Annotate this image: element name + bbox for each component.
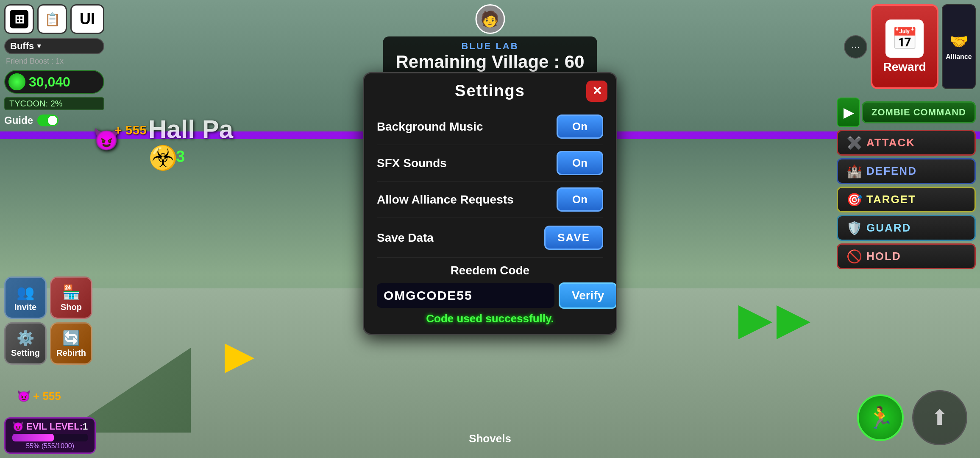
more-button[interactable]: ··· [844,35,867,59]
redeem-row: Verify [377,282,603,309]
svg-text:⊞: ⊞ [14,13,24,26]
verify-button[interactable]: Verify [559,282,617,309]
devil-icon-bottom: 😈 [17,390,31,403]
sfx-sounds-toggle[interactable]: On [557,151,603,175]
bottom-left-status: 😈 + 555 😈 EVIL LEVEL: 1 55% (555/1000) [4,417,96,454]
target-icon: 🎯 [846,192,862,207]
redeem-section: Reedem Code Verify Code used successfull… [377,258,603,325]
attack-label: ATTACK [866,136,915,149]
save-data-row: Save Data SAVE [377,218,603,258]
evil-level-label: 😈 EVIL LEVEL: [12,421,83,432]
devil-icon-evil: 😈 [12,421,24,432]
save-button[interactable]: SAVE [544,226,603,250]
next-button[interactable]: ▶ [837,98,860,127]
friend-boost-label: Friend Boost : 1x [4,57,104,66]
dpad-control[interactable]: ⬆ [912,390,967,445]
roblox-icon[interactable]: ⊞ [4,4,34,34]
green-arrow-1 [738,305,772,339]
village-count: Remaining Village : 60 [395,52,584,72]
alliance-req-toggle[interactable]: On [557,187,603,212]
redeem-title: Reedem Code [377,264,603,277]
green-arrow-2 [777,305,810,339]
modal-title: Settings [455,82,525,100]
zombie-command-label: ZOMBIE COMMAND [871,107,966,117]
hold-button[interactable]: 🚫 HOLD [837,243,976,269]
rebirth-button[interactable]: 🔄 Rebirth [50,322,92,365]
combat-buttons-panel: ▶ ZOMBIE COMMAND ✖️ ATTACK 🏰 DEFEND 🎯 TA… [837,98,976,269]
alliance-req-row: Allow Alliance Requests On [377,182,603,218]
guard-button[interactable]: 🛡️ GUARD [837,215,976,241]
invite-label: Invite [14,302,36,312]
biohazard-icon: ☣️ [148,144,178,172]
sfx-sounds-label: SFX Sounds [377,156,447,170]
attack-icon: ✖️ [846,135,862,150]
attack-button[interactable]: ✖️ ATTACK [837,130,976,156]
evil-progress-track [12,434,88,441]
success-message: Code used successfully. [377,312,603,325]
plus-555-label: + 555 [33,390,61,403]
target-button[interactable]: 🎯 TARGET [837,187,976,212]
chevron-down-icon: ▼ [36,42,42,50]
guard-icon: 🛡️ [846,221,862,235]
buffs-label: Buffs [10,41,34,52]
alliance-label: Alliance [946,53,972,61]
village-banner: BLUE LAB Remaining Village : 60 [383,36,597,76]
alliance-icon: 🤝 [949,33,969,50]
modal-body: Background Music On SFX Sounds On Allow … [364,109,616,334]
evil-level-bar: 😈 EVIL LEVEL: 1 55% (555/1000) [4,417,96,454]
setting-button[interactable]: ⚙️ Setting [4,322,47,365]
save-data-label: Save Data [377,231,434,245]
reward-area: ··· 📅 Reward 🤝 Alliance [844,4,976,89]
zombie-cmd-row: ▶ ZOMBIE COMMAND [837,98,976,127]
bottom-plus-555: 😈 + 555 [17,390,61,403]
player-avatar: 🧑 [475,4,505,34]
evil-level-num: 1 [83,421,88,432]
top-right-panel: ··· 📅 Reward 🤝 Alliance [844,4,976,89]
reward-calendar-icon: 📅 [885,20,924,58]
shop-label: Shop [61,302,82,312]
run-button[interactable]: 🏃 [857,394,904,441]
invite-icon: 👥 [17,284,34,301]
redeem-input[interactable] [377,283,554,308]
alliance-card[interactable]: 🤝 Alliance [942,4,976,89]
rebirth-icon: 🔄 [62,330,80,346]
guide-toggle[interactable] [37,114,58,126]
shop-icon: 🏪 [62,284,80,301]
modal-header: Settings ✕ [364,73,616,109]
biohazard-num: 3 [176,148,185,166]
action-buttons-panel: 👥 Invite 🏪 Shop ⚙️ Setting 🔄 Rebirth [4,276,92,365]
reward-label: Reward [883,60,926,74]
tycoon-bar: TYCOON: 2% [4,97,104,110]
top-left-panel: ⊞ 📋 UI Buffs ▼ Friend Boost : 1x 30,040 … [4,4,104,126]
hold-icon: 🚫 [846,249,862,264]
evil-progress-label: 55% (555/1000) [12,442,88,450]
guide-label: Guide [4,114,33,126]
defend-button[interactable]: 🏰 DEFEND [837,158,976,184]
guard-label: GUARD [866,221,911,235]
game-plus-555: + 555 [114,123,147,137]
settings-modal: Settings ✕ Background Music On SFX Sound… [363,72,617,335]
bottom-center-panel: Shovels [469,432,511,445]
rebirth-label: Rebirth [56,348,86,358]
zombie-command-button[interactable]: ZOMBIE COMMAND [862,101,976,123]
green-arrows [738,305,810,339]
top-icons-row: ⊞ 📋 UI [4,4,104,34]
reward-card[interactable]: 📅 Reward [871,4,938,89]
currency-icon [8,73,25,90]
setting-icon: ⚙️ [17,330,34,346]
notes-icon[interactable]: 📋 [37,4,67,34]
ui-button[interactable]: UI [70,4,104,34]
bg-music-toggle[interactable]: On [557,114,603,139]
invite-button[interactable]: 👥 Invite [4,276,47,319]
defend-label: DEFEND [866,165,917,178]
sfx-sounds-row: SFX Sounds On [377,145,603,182]
shop-button[interactable]: 🏪 Shop [50,276,92,319]
hall-fame-text: Hall Pa [148,114,233,144]
buffs-button[interactable]: Buffs ▼ [4,38,104,54]
blue-lab-label: BLUE LAB [395,41,584,52]
alliance-req-label: Allow Alliance Requests [377,193,514,207]
guide-row: Guide [4,114,104,126]
evil-progress-fill [12,434,54,441]
defend-icon: 🏰 [846,164,862,179]
close-button[interactable]: ✕ [586,81,607,102]
